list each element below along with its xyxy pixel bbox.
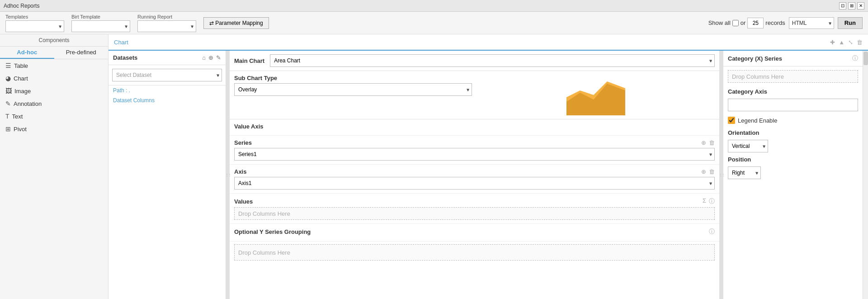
- chart-panel-title: Chart: [114, 39, 128, 46]
- optional-y-icons: ⓘ: [709, 228, 715, 236]
- chart-icon: ◕: [5, 75, 11, 82]
- drag-handle-right[interactable]: ⋮⋮: [720, 51, 723, 299]
- sidebar-item-pivot[interactable]: ⊞ Pivot: [0, 123, 108, 135]
- toolbar: Templates ▾ Birt Template ▾ Running Repo…: [0, 12, 868, 34]
- category-axis-label: Category Axis: [723, 86, 863, 97]
- dataset-select[interactable]: Select Dataset: [112, 69, 222, 81]
- sidebar-item-label-table: Table: [14, 62, 28, 69]
- optional-y-info-icon[interactable]: ⓘ: [709, 228, 715, 236]
- values-info-icon[interactable]: ⓘ: [709, 197, 715, 205]
- optional-y-header: Optional Y Series Grouping ⓘ: [234, 228, 715, 236]
- home-icon[interactable]: ⌂: [202, 54, 206, 61]
- close-icon[interactable]: ✕: [857, 2, 864, 9]
- vertical-scrollbar[interactable]: [863, 51, 868, 299]
- running-report-group: Running Report ▾: [137, 14, 196, 32]
- main-chart-select-wrapper: Area Chart Bar Chart Line Chart Pie Char…: [270, 54, 715, 67]
- sidebar-tabs: Ad-hoc Pre-defined: [0, 47, 108, 59]
- category-axis-input[interactable]: [728, 99, 858, 111]
- axis-select[interactable]: Axis1 Axis2: [234, 177, 715, 190]
- position-select-wrapper: Right Left Top Bottom ▾: [728, 166, 761, 179]
- show-all-checkbox[interactable]: [732, 20, 739, 26]
- datasets-select-wrapper: Select Dataset ▾: [108, 65, 226, 85]
- scrollbar-thumb: [863, 52, 868, 65]
- sidebar-item-image[interactable]: 🖼 Image: [0, 85, 108, 97]
- add-series-icon[interactable]: ⊕: [701, 139, 706, 146]
- axis-select-wrapper: Axis1 Axis2 ▾: [234, 177, 715, 190]
- delete-chart-icon[interactable]: 🗑: [857, 39, 863, 46]
- datasets-panel: Datasets ⌂ ⊕ ✎ Select Dataset ▾ P: [108, 51, 226, 299]
- delete-axis-icon[interactable]: 🗑: [709, 168, 715, 175]
- sidebar-item-label-pivot: Pivot: [14, 126, 27, 133]
- records-count-input[interactable]: [747, 18, 764, 28]
- sigma-icon[interactable]: Σ: [703, 197, 706, 205]
- templates-label: Templates: [5, 14, 64, 19]
- sidebar-item-chart[interactable]: ◕ Chart: [0, 72, 108, 85]
- orientation-select-wrapper: Vertical Horizontal ▾: [728, 140, 768, 152]
- top-bar-icons: ⊡ ⊞ ✕: [839, 2, 864, 9]
- add-chart-icon[interactable]: ✚: [830, 39, 835, 46]
- chart-workspace: Datasets ⌂ ⊕ ✎ Select Dataset ▾ P: [108, 51, 868, 299]
- edit-dataset-icon[interactable]: ✎: [216, 54, 221, 61]
- running-report-select[interactable]: [137, 20, 196, 32]
- series-select[interactable]: Series1 Series2: [234, 148, 715, 161]
- up-icon[interactable]: ▲: [839, 39, 844, 46]
- axis-title: Axis: [234, 168, 246, 175]
- sidebar-item-label-annotation: Annotation: [14, 100, 42, 107]
- tab-predefined[interactable]: Pre-defined: [54, 47, 108, 59]
- add-dataset-icon[interactable]: ⊕: [208, 54, 213, 61]
- main-chart-select[interactable]: Area Chart Bar Chart Line Chart Pie Char…: [270, 54, 715, 67]
- parameter-mapping-button[interactable]: ⇄ Parameter Mapping: [203, 17, 269, 29]
- maximize-icon[interactable]: ⊞: [848, 2, 855, 9]
- axis-header: Axis ⊕ 🗑: [234, 168, 715, 175]
- table-icon: ☰: [5, 62, 11, 69]
- sidebar-item-annotation[interactable]: ✎ Annotation: [0, 97, 108, 110]
- sub-chart-select[interactable]: Overlay Side by Side Stacked: [234, 83, 472, 96]
- position-label: Position: [723, 154, 863, 165]
- main-layout: Components Ad-hoc Pre-defined ☰ Table ◕ …: [0, 34, 868, 299]
- dataset-select-container: Select Dataset ▾: [112, 69, 222, 81]
- templates-select[interactable]: [5, 20, 64, 32]
- values-drop-placeholder: Drop Columns Here: [238, 210, 290, 217]
- sidebar-item-label-image: Image: [14, 88, 31, 95]
- format-select[interactable]: HTML PDF CSV: [789, 17, 834, 29]
- run-button[interactable]: Run: [838, 17, 863, 29]
- add-axis-icon[interactable]: ⊕: [701, 168, 706, 175]
- drag-handle-left[interactable]: ⋮⋮: [226, 51, 230, 299]
- restore-icon[interactable]: ⊡: [839, 2, 846, 9]
- datasets-columns-area: [111, 108, 223, 296]
- category-drop-zone[interactable]: Drop Columns Here: [728, 70, 858, 83]
- sidebar-item-text[interactable]: T Text: [0, 110, 108, 123]
- orientation-select[interactable]: Vertical Horizontal: [728, 140, 768, 152]
- axis-icons: ⊕ 🗑: [701, 168, 715, 175]
- category-series-info-icon[interactable]: ⓘ: [852, 54, 858, 62]
- resize-icon[interactable]: ⤡: [848, 39, 853, 46]
- sidebar: Components Ad-hoc Pre-defined ☰ Table ◕ …: [0, 34, 108, 299]
- series-icons: ⊕ 🗑: [701, 139, 715, 146]
- birt-template-select[interactable]: [71, 20, 130, 32]
- datasets-header: Datasets ⌂ ⊕ ✎: [108, 51, 226, 65]
- sidebar-item-table[interactable]: ☰ Table: [0, 59, 108, 72]
- chart-preview-svg: [566, 75, 625, 115]
- format-select-wrapper: HTML PDF CSV ▾: [789, 17, 834, 29]
- sidebar-header: Components: [0, 34, 108, 47]
- series-select-wrapper: Series1 Series2 ▾: [234, 148, 715, 161]
- optional-y-section: Optional Y Series Grouping ⓘ: [230, 224, 719, 242]
- bottom-drop-zone[interactable]: Drop Columns Here: [234, 244, 715, 261]
- values-icons: Σ ⓘ: [703, 197, 715, 205]
- image-icon: 🖼: [5, 87, 12, 95]
- tab-adhoc[interactable]: Ad-hoc: [0, 47, 54, 59]
- birt-template-select-wrapper: ▾: [71, 20, 130, 32]
- sidebar-item-label-chart: Chart: [14, 75, 28, 82]
- datasets-icons: ⌂ ⊕ ✎: [202, 54, 221, 61]
- main-chart-title: Main Chart: [234, 57, 264, 64]
- app-title: Adhoc Reports: [4, 3, 39, 9]
- values-header: Values Σ ⓘ: [234, 197, 715, 205]
- templates-group: Templates ▾: [5, 14, 64, 32]
- orientation-group: Orientation Vertical Horizontal ▾: [723, 128, 863, 154]
- legend-checkbox[interactable]: [728, 117, 735, 124]
- pivot-icon: ⊞: [5, 125, 11, 133]
- values-drop-zone[interactable]: Drop Columns Here: [234, 207, 715, 220]
- records-label: records: [765, 19, 785, 26]
- delete-series-icon[interactable]: 🗑: [709, 139, 715, 146]
- position-select[interactable]: Right Left Top Bottom: [728, 166, 761, 179]
